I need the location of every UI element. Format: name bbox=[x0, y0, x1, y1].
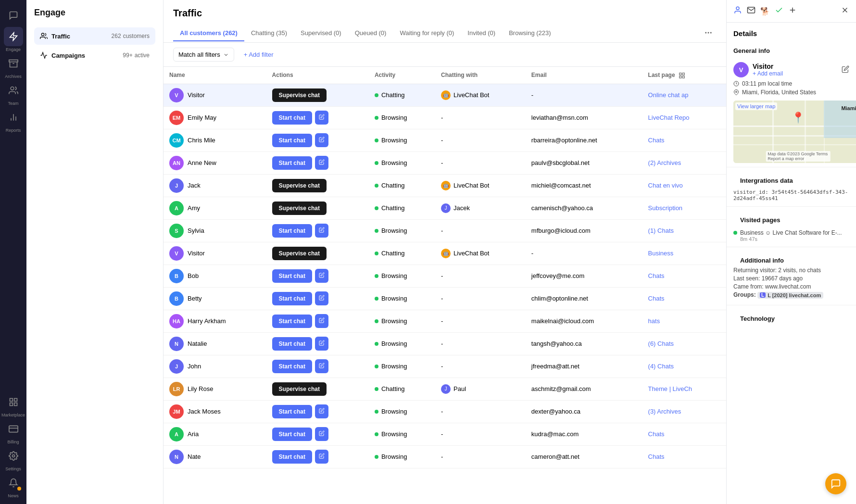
start-chat-button[interactable]: Start chat bbox=[272, 337, 312, 351]
tab-all[interactable]: All customers (262) bbox=[173, 25, 244, 41]
edit-visitor-button[interactable] bbox=[315, 337, 328, 351]
location-row: Miami, Florida, United States bbox=[733, 89, 849, 96]
close-icon[interactable] bbox=[841, 6, 849, 16]
last-page-link[interactable]: Subscription bbox=[648, 204, 683, 212]
visitor-name: Visitor bbox=[753, 63, 783, 70]
activity-dot bbox=[375, 206, 378, 210]
view-larger-map-link[interactable]: View larger map bbox=[735, 102, 777, 110]
last-page-link[interactable]: Chats bbox=[648, 137, 665, 144]
edit-visitor-icon[interactable] bbox=[842, 65, 849, 75]
visitor-row: V Visitor + Add email bbox=[733, 62, 849, 77]
tab-chatting[interactable]: Chatting (35) bbox=[244, 25, 294, 41]
start-chat-button[interactable]: Start chat bbox=[272, 224, 312, 238]
start-chat-button[interactable]: Start chat bbox=[272, 405, 312, 418]
start-chat-button[interactable]: Start chat bbox=[272, 360, 312, 373]
tab-waiting[interactable]: Waiting for reply (0) bbox=[393, 25, 461, 41]
tab-queued[interactable]: Queued (0) bbox=[348, 25, 393, 41]
supervise-chat-button[interactable]: Supervise chat bbox=[272, 202, 327, 215]
right-panel-icons: 🐕 bbox=[733, 6, 797, 16]
traffic-unit: customers bbox=[123, 33, 150, 39]
check-icon[interactable] bbox=[775, 6, 783, 16]
svg-rect-11 bbox=[9, 426, 17, 432]
edit-visitor-button[interactable] bbox=[315, 291, 328, 305]
col-settings-icon[interactable] bbox=[679, 72, 685, 79]
edit-visitor-button[interactable] bbox=[315, 111, 328, 125]
table-row: N Nate Start chat Browsing - cameron@att… bbox=[164, 445, 726, 468]
email-cell: aschmitz@gmail.com bbox=[526, 378, 642, 400]
envelope-icon[interactable] bbox=[747, 6, 755, 16]
col-actions: Actions bbox=[266, 67, 369, 84]
sidebar-item-settings[interactable]: Settings bbox=[4, 446, 23, 471]
campaigns-unit: active bbox=[135, 52, 150, 59]
edit-visitor-button[interactable] bbox=[315, 359, 328, 373]
sidebar-item-engage[interactable]: Engage bbox=[4, 27, 23, 52]
visitor-avatar: V bbox=[733, 62, 749, 77]
last-page-link[interactable]: (1) Chats bbox=[648, 227, 674, 234]
supervise-chat-button[interactable]: Supervise chat bbox=[272, 382, 327, 396]
edit-visitor-button[interactable] bbox=[315, 427, 328, 441]
start-chat-button[interactable]: Start chat bbox=[272, 156, 312, 170]
edit-visitor-button[interactable] bbox=[315, 269, 328, 283]
activity-cell: Browsing bbox=[369, 287, 435, 310]
fab-chat-button[interactable] bbox=[825, 473, 846, 494]
tab-invited[interactable]: Invited (0) bbox=[461, 25, 502, 41]
start-chat-button[interactable]: Start chat bbox=[272, 134, 312, 147]
tab-browsing[interactable]: Browsing (223) bbox=[502, 25, 557, 41]
sidebar-item-marketplace[interactable]: Marketplace bbox=[1, 392, 25, 417]
match-filter-select[interactable]: Match all filters bbox=[173, 48, 234, 62]
sidebar-item-reports[interactable]: Reports bbox=[4, 108, 23, 133]
add-filter-button[interactable]: + Add filter bbox=[239, 48, 278, 61]
supervise-chat-button[interactable]: Supervise chat bbox=[272, 179, 327, 192]
sidebar-item-chat[interactable] bbox=[4, 6, 23, 25]
start-chat-button[interactable]: Start chat bbox=[272, 450, 312, 464]
nav-item-traffic[interactable]: Traffic 262 customers bbox=[34, 27, 155, 45]
page-title-text: Business ☺ Live Chat Software for E-... bbox=[740, 229, 842, 236]
supervise-chat-button[interactable]: Supervise chat bbox=[272, 88, 327, 102]
last-page-link[interactable]: (4) Chats bbox=[648, 363, 674, 370]
sidebar-item-news[interactable]: News bbox=[4, 473, 23, 498]
person-icon[interactable] bbox=[733, 6, 742, 16]
tab-supervised[interactable]: Supervised (0) bbox=[294, 25, 348, 41]
edit-visitor-button[interactable] bbox=[315, 314, 328, 328]
activity-cell: Browsing bbox=[369, 106, 435, 129]
last-page-link[interactable]: hats bbox=[648, 317, 660, 325]
last-page-link[interactable]: (3) Archives bbox=[648, 408, 681, 415]
last-page-link[interactable]: (2) Archives bbox=[648, 159, 681, 166]
svg-rect-1 bbox=[9, 60, 17, 62]
edit-visitor-button[interactable] bbox=[315, 156, 328, 170]
last-page-link[interactable]: Chat en vivo bbox=[648, 182, 683, 189]
last-page-link[interactable]: (6) Chats bbox=[648, 340, 674, 347]
sidebar-item-archives[interactable]: Archives bbox=[4, 54, 23, 79]
add-email-link[interactable]: + Add email bbox=[753, 70, 783, 77]
nav-item-campaigns[interactable]: Campaigns 99+ active bbox=[34, 47, 155, 64]
sidebar-item-team[interactable]: Team bbox=[4, 81, 23, 106]
activity-cell: Browsing bbox=[369, 219, 435, 242]
activity-text: Browsing bbox=[381, 340, 407, 347]
last-page-link[interactable]: Chats bbox=[648, 430, 665, 438]
last-page-link[interactable]: LiveChat Repo bbox=[648, 114, 690, 121]
edit-visitor-button[interactable] bbox=[315, 450, 328, 464]
start-chat-button[interactable]: Start chat bbox=[272, 111, 312, 125]
name-cell: B Bob bbox=[164, 265, 266, 287]
tabs-more-button[interactable] bbox=[700, 25, 717, 42]
last-page-link[interactable]: Chats bbox=[648, 295, 665, 302]
start-chat-button[interactable]: Start chat bbox=[272, 315, 312, 328]
edit-visitor-button[interactable] bbox=[315, 404, 328, 418]
edit-visitor-button[interactable] bbox=[315, 224, 328, 238]
dog-icon[interactable]: 🐕 bbox=[760, 7, 770, 16]
last-page-link[interactable]: Chats bbox=[648, 272, 665, 279]
last-page-link[interactable]: Online chat ap bbox=[648, 91, 689, 99]
start-chat-button[interactable]: Start chat bbox=[272, 292, 312, 305]
plus-icon[interactable] bbox=[788, 6, 797, 16]
sidebar-item-billing[interactable]: Billing bbox=[4, 419, 23, 444]
start-chat-button[interactable]: Start chat bbox=[272, 428, 312, 441]
start-chat-button[interactable]: Start chat bbox=[272, 269, 312, 283]
edit-visitor-button[interactable] bbox=[315, 133, 328, 147]
last-page-link[interactable]: Business bbox=[648, 250, 674, 257]
last-page-link[interactable]: Theme | LiveCh bbox=[648, 385, 692, 392]
table-row: EM Emily May Start chat Browsing - levia… bbox=[164, 106, 726, 129]
visitor-id: visitor_id: 3r54t45t-564643dfsf-343-2d24… bbox=[733, 189, 849, 202]
last-page-link[interactable]: Chats bbox=[648, 453, 665, 460]
svg-point-13 bbox=[12, 455, 14, 457]
supervise-chat-button[interactable]: Supervise chat bbox=[272, 247, 327, 260]
